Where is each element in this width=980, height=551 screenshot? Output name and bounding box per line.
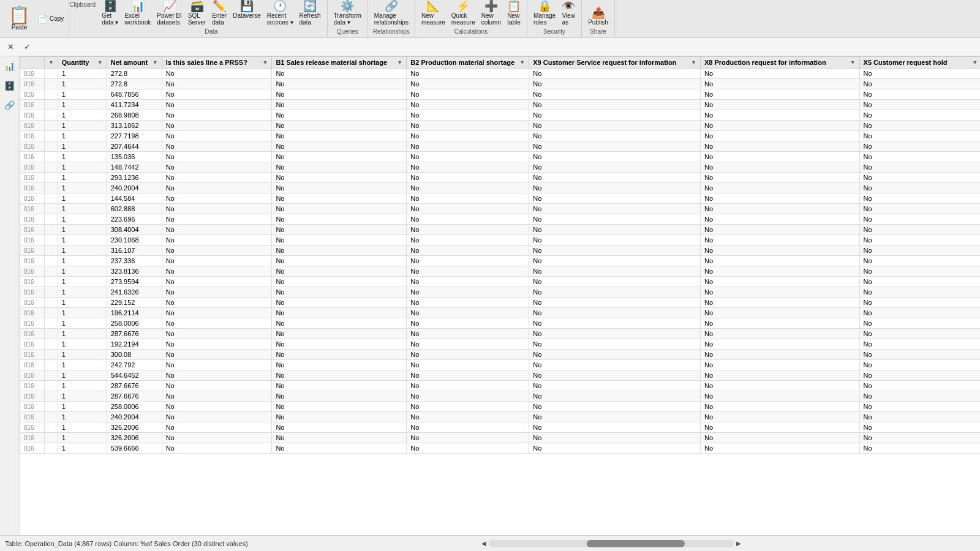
table-cell: No [407,256,529,266]
col-header-b1[interactable]: B1 Sales release material shortage▼ [272,57,407,69]
table-wrapper[interactable]: ▼ Quantity▼ Net amount▼ Is this sales li… [20,56,980,535]
col-header-b2[interactable]: B2 Production material shortage▼ [407,57,529,69]
table-row[interactable]: 0161316.107NoNoNoNoNoNoNoNo [20,246,981,256]
sidebar-model-icon[interactable]: 🔗 [2,98,17,113]
sidebar-report-icon[interactable]: 📊 [2,59,17,73]
table-row[interactable]: 0161326.2006NoNoNoNoNoNoNoNo [20,422,981,433]
discard-button[interactable]: ✕ [5,41,17,53]
table-row[interactable]: 0161240.2004NoNoNoNoNoNoNoNo [20,412,981,422]
col-header-quantity[interactable]: Quantity▼ [58,57,107,69]
table-row[interactable]: 0161240.2004NoNoNoNoNoNoNoNo [20,183,981,193]
scroll-left-arrow[interactable]: ◀ [481,540,486,547]
manage-roles-button[interactable]: 🔒 Manageroles [531,0,558,27]
table-cell: No [700,443,859,454]
relationships-icon: 🔗 [385,1,398,12]
table-row[interactable]: 0161135.036NoNoNoNoNoNoNoNo [20,152,981,162]
table-row[interactable]: 0161411.7234NoNoNoNoNoNoNoNo [20,100,981,110]
table-row[interactable]: 0161230.1068NoNoNoNoNoNoNoNo [20,235,981,246]
table-row[interactable]: 0161539.6666NoNoNoNoNoNoNoNo [20,443,981,454]
table-cell [44,266,58,277]
confirm-button[interactable]: ✓ [21,41,33,53]
table-row[interactable]: 0161148.7442NoNoNoNoNoNoNoNo [20,162,981,173]
new-measure-button[interactable]: 📐 Newmeasure [419,0,448,27]
sql-server-button[interactable]: 🗃️ SQLServer [186,0,208,27]
table-cell [44,277,58,287]
dataverse-button[interactable]: 💾 Dataverse [230,0,263,27]
table-cell: 268.9808 [107,110,162,121]
table-row[interactable]: 0161192.2194NoNoNoNoNoNoNoNo [20,339,981,350]
table-row[interactable]: 0161229.152NoNoNoNoNoNoNoNo [20,298,981,308]
table-row[interactable]: 0161308.4004NoNoNoNoNoNoNoNo [20,225,981,235]
table-row[interactable]: 0161602.888NoNoNoNoNoNoNoNo [20,204,981,214]
paste-button[interactable]: 📋 Paste [5,1,34,36]
col-header-x8[interactable]: X8 Production request for information▼ [700,57,859,69]
data-btn-row1: 🗄️ Getdata ▾ 📊 Excelworkbook 📈 Power BId… [99,0,323,27]
col-header-x5[interactable]: X5 Customer request hold▼ [859,57,980,69]
enter-data-button[interactable]: ✏️ Enterdata [209,0,229,27]
new-column-button[interactable]: ➕ Newcolumn [479,0,503,27]
recent-sources-button[interactable]: 🕐 Recentsources ▾ [265,0,296,27]
table-row[interactable]: 0161287.6676NoNoNoNoNoNoNoNo [20,391,981,402]
excel-workbook-button[interactable]: 📊 Excelworkbook [122,0,153,27]
table-cell: 258.0006 [107,318,162,329]
col-header-prss[interactable]: Is this sales line a PRSS?▼ [162,57,272,69]
new-table-button[interactable]: 📋 Newtable [505,0,523,27]
table-cell: No [700,89,859,100]
table-row[interactable]: 0161272.8NoNoNoNoNoNoNoNo [20,69,981,79]
scroll-right-arrow[interactable]: ▶ [736,540,741,547]
col-header-x9[interactable]: X9 Customer Service request for informat… [529,57,701,69]
table-row[interactable]: 0161544.6452NoNoNoNoNoNoNoNo [20,370,981,381]
publish-button[interactable]: 📤 Publish [586,6,611,27]
manage-relationships-button[interactable]: 🔗 Managerelationships [372,0,411,27]
table-cell: No [407,204,529,214]
table-cell: No [529,204,701,214]
col-header-rownum[interactable] [20,57,45,69]
table-row[interactable]: 0161144.584NoNoNoNoNoNoNoNo [20,193,981,204]
cell-row-prefix: 016 [20,110,45,121]
table-row[interactable]: 0161241.6326NoNoNoNoNoNoNoNo [20,287,981,298]
copy-button[interactable]: 📄 Copy [35,13,66,25]
horizontal-scrollbar[interactable] [489,540,734,547]
table-cell: No [407,350,529,360]
table-row[interactable]: 0161293.1236NoNoNoNoNoNoNoNo [20,173,981,183]
refresh-data-button[interactable]: 🔄 Refreshdata [297,0,323,27]
table-cell: No [162,162,272,173]
table-row[interactable]: 0161207.4644NoNoNoNoNoNoNoNo [20,141,981,152]
table-cell: No [529,277,701,287]
view-as-button[interactable]: 👁️ Viewas [559,0,578,27]
table-row[interactable]: 0161648.7856NoNoNoNoNoNoNoNo [20,89,981,100]
table-row[interactable]: 0161258.0006NoNoNoNoNoNoNoNo [20,318,981,329]
table-row[interactable]: 0161313.1062NoNoNoNoNoNoNoNo [20,121,981,131]
table-cell: No [162,308,272,318]
col-header-net-amount[interactable]: Net amount▼ [107,57,162,69]
table-row[interactable]: 0161196.2114NoNoNoNoNoNoNoNo [20,308,981,318]
quick-measure-button[interactable]: ⚡ Quickmeasure [449,0,478,27]
col-header-filter[interactable]: ▼ [44,57,58,69]
table-cell: 1 [58,79,107,89]
table-row[interactable]: 0161326.2006NoNoNoNoNoNoNoNo [20,433,981,443]
table-cell: No [529,193,701,204]
table-row[interactable]: 0161273.9594NoNoNoNoNoNoNoNo [20,277,981,287]
table-cell: No [162,381,272,391]
table-row[interactable]: 0161242.792NoNoNoNoNoNoNoNo [20,360,981,370]
transform-data-button[interactable]: ⚙️ Transformdata ▾ [331,0,364,27]
sidebar-data-icon[interactable]: 🗄️ [2,78,17,93]
table-row[interactable]: 0161258.0006NoNoNoNoNoNoNoNo [20,402,981,412]
table-cell: 207.4644 [107,141,162,152]
table-row[interactable]: 0161237.336NoNoNoNoNoNoNoNo [20,256,981,266]
table-row[interactable]: 0161272.8NoNoNoNoNoNoNoNo [20,79,981,89]
get-data-button[interactable]: 🗄️ Getdata ▾ [99,0,121,27]
scrollbar-thumb[interactable] [587,540,685,547]
table-row[interactable]: 0161268.9808NoNoNoNoNoNoNoNo [20,110,981,121]
table-row[interactable]: 0161287.6676NoNoNoNoNoNoNoNo [20,381,981,391]
table-cell [44,204,58,214]
cell-row-prefix: 016 [20,350,45,360]
table-row[interactable]: 0161227.7198NoNoNoNoNoNoNoNo [20,131,981,141]
table-cell [44,152,58,162]
table-row[interactable]: 0161323.8136NoNoNoNoNoNoNoNo [20,266,981,277]
table-row[interactable]: 0161287.6676NoNoNoNoNoNoNoNo [20,329,981,339]
power-bi-datasets-button[interactable]: 📈 Power BIdatasets [154,0,184,27]
table-row[interactable]: 0161223.696NoNoNoNoNoNoNoNo [20,214,981,225]
table-cell: No [859,287,980,298]
table-row[interactable]: 0161300.08NoNoNoNoNoNoNoNo [20,350,981,360]
